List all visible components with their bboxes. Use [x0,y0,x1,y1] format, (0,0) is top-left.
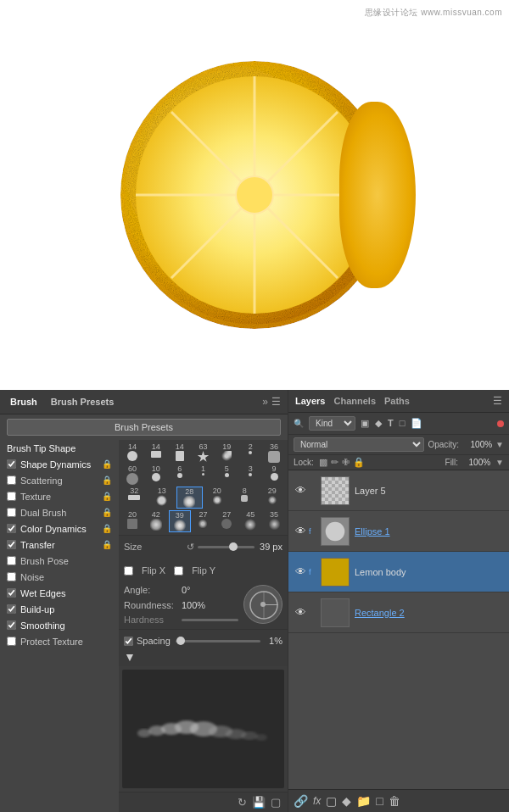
tip-35[interactable]: 35 [263,510,285,532]
smoothing-label[interactable]: Smoothing [20,620,112,631]
tip-9[interactable]: 9 [263,464,285,485]
new-brush-icon[interactable]: ▢ [271,796,281,809]
shape-dynamics-check[interactable] [7,459,16,469]
spacing-thumb[interactable] [176,637,185,645]
fill-arrow[interactable]: ▼ [495,458,504,467]
tip-10[interactable]: 10 [145,464,167,485]
tab-layers[interactable]: Layers [295,396,325,406]
kind-text-icon[interactable]: T [386,417,395,430]
lock-transparent-icon[interactable]: ▩ [319,457,327,468]
scattering-label[interactable]: Scattering [20,476,102,486]
tip-27-b[interactable]: 27 [215,510,238,532]
protect-texture-check[interactable] [7,637,16,646]
lock-paint-icon[interactable]: ✏ [331,457,338,468]
lock-move-icon[interactable]: ✙ [342,457,350,468]
tip-20-b[interactable]: 20 [121,510,143,532]
tip-60[interactable]: 60 [121,464,143,485]
transfer-check[interactable] [7,540,16,549]
eye-icon-rectangle2[interactable]: 👁 [292,604,309,621]
texture-label[interactable]: Texture [20,492,102,502]
tip-45[interactable]: 45 [239,510,261,532]
tip-28-selected[interactable]: 28 [176,487,203,509]
wet-edges-check[interactable] [7,588,16,598]
kind-pixel-icon[interactable]: ▣ [359,417,371,430]
eye-icon-ellipse1[interactable]: 👁 [292,523,309,540]
tip-5[interactable]: 5 [215,464,238,485]
layers-menu-icon[interactable]: ☰ [493,395,502,407]
link-icon-ellipse1[interactable]: f [309,527,321,536]
flip-y-check[interactable] [174,566,183,576]
tip-14-3[interactable]: 14 [169,442,191,463]
size-reset-icon[interactable]: ↺ [187,542,194,553]
tip-14-2[interactable]: 14 [145,442,167,463]
opacity-arrow[interactable]: ▼ [495,440,504,449]
flip-x-check[interactable] [124,566,133,576]
tab-paths[interactable]: Paths [384,396,410,406]
color-dynamics-label[interactable]: Color Dynamics [20,524,102,534]
tip-63[interactable]: 63 [193,442,215,463]
hardness-slider[interactable] [182,619,238,621]
tip-8[interactable]: 8 [232,487,258,509]
brush-tip-shape-label[interactable]: Brush Tip Shape [7,443,112,453]
brush-presets-button[interactable]: Brush Presets [7,419,281,436]
blend-mode-select[interactable]: Normal [294,437,424,452]
angle-circle[interactable] [243,585,282,624]
fx-icon[interactable]: fx [313,795,321,807]
size-slider[interactable] [198,546,255,548]
tip-6[interactable]: 6 [169,464,191,485]
tab-channels[interactable]: Channels [333,396,376,406]
tip-14-1[interactable]: 14 [121,442,143,463]
brush-pose-label[interactable]: Brush Pose [20,556,112,566]
brush-pose-check[interactable] [7,556,16,565]
tip-1[interactable]: 1 [193,464,215,485]
noise-check[interactable] [7,572,16,581]
tip-2[interactable]: 2 [239,442,261,463]
tab-brush-presets[interactable]: Brush Presets [48,395,118,409]
kind-select[interactable]: Kind [309,416,355,431]
folder-icon[interactable]: 📁 [356,794,371,808]
tip-27[interactable]: 27 [193,510,215,532]
delete-layer-icon[interactable]: 🗑 [389,794,400,808]
tip-20[interactable]: 20 [204,487,231,509]
fill-value[interactable]: 100% [463,458,490,467]
scattering-check[interactable] [7,476,16,485]
tip-29[interactable]: 29 [260,487,286,509]
texture-check[interactable] [7,492,16,501]
transfer-label[interactable]: Transfer [20,540,102,550]
panel-expand-icon[interactable]: » [262,396,268,408]
shape-dynamics-label[interactable]: Shape Dynamics [20,459,102,470]
noise-label[interactable]: Noise [20,572,112,582]
tip-39-selected[interactable]: 39 [169,510,191,532]
panel-menu-icon[interactable]: ☰ [271,396,281,408]
tip-3[interactable]: 3 [239,464,261,485]
tab-brush[interactable]: Brush [7,395,41,409]
opacity-value[interactable]: 100% [462,440,492,449]
tip-13[interactable]: 13 [149,487,176,509]
smoothing-check[interactable] [7,620,16,630]
layer-row-rectangle2[interactable]: 👁 Rectangle 2 [288,592,509,633]
color-dynamics-check[interactable] [7,524,16,533]
tip-42[interactable]: 42 [145,510,167,532]
kind-shape-icon[interactable]: □ [398,417,407,430]
link-layers-icon[interactable]: 🔗 [294,794,308,808]
save-brush-icon[interactable]: 💾 [252,796,266,809]
tip-36[interactable]: 36 [263,442,285,463]
dual-brush-label[interactable]: Dual Brush [20,508,102,518]
protect-texture-label[interactable]: Protect Texture [20,637,112,647]
tip-19[interactable]: 19 [215,442,238,463]
link-icon-lemon-body[interactable]: f [309,568,321,576]
size-thumb[interactable] [229,542,238,551]
layer-row-ellipse1[interactable]: 👁 f Ellipse 1 [288,511,509,552]
layer-row-layer5[interactable]: 👁 Layer 5 [288,470,509,511]
build-up-label[interactable]: Build-up [20,604,112,615]
kind-smart-icon[interactable]: 📄 [409,417,424,430]
new-layer-icon[interactable]: □ [376,794,383,808]
kind-adj-icon[interactable]: ◆ [373,417,383,430]
dual-brush-check[interactable] [7,508,16,517]
adjustment-icon[interactable]: ◆ [342,794,351,808]
spacing-slider[interactable] [176,640,260,642]
build-up-check[interactable] [7,604,16,614]
mask-icon[interactable]: ▢ [326,794,337,808]
eye-icon-lemon-body[interactable]: 👁 [292,564,309,581]
lock-all-icon[interactable]: 🔒 [353,457,365,468]
